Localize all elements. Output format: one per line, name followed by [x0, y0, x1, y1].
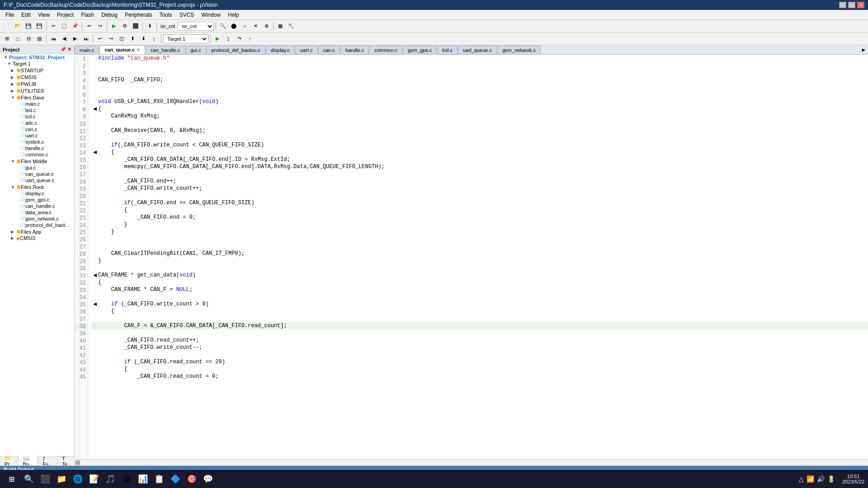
target-dropdown[interactable]: Target 1 — [163, 34, 208, 43]
download-button[interactable]: ⬇ — [145, 21, 155, 31]
search-button[interactable]: 🔍 — [218, 21, 228, 31]
tb2-btn11[interactable]: ◫ — [117, 34, 127, 44]
tab-scroll-right[interactable]: ▶ — [859, 46, 868, 54]
tree-startup[interactable]: ▶ ▣ STARTUP — [0, 67, 74, 74]
tab-common-c[interactable]: common.c — [369, 46, 402, 54]
debug3-button[interactable]: ✕ — [250, 21, 260, 31]
clock[interactable]: 10:51 2023/5/22 — [842, 474, 864, 484]
tree-files-app[interactable]: ▶ ▣ Files App — [0, 228, 74, 235]
view1-button[interactable]: ▦ — [275, 21, 285, 31]
tree-gui-c[interactable]: 📄 gui.c — [0, 164, 74, 171]
view2-button[interactable]: 🔧 — [286, 21, 296, 31]
tree-can-queue-c[interactable]: 📄 can_queue.c — [0, 171, 74, 177]
taskbar-task-view[interactable]: ⬛ — [38, 472, 52, 486]
tab-gui-c[interactable]: gui.c — [186, 46, 206, 54]
tb2-btn14[interactable]: ↕ — [149, 34, 159, 44]
debug2-button[interactable]: ○ — [240, 21, 250, 31]
menu-file[interactable]: File — [2, 11, 18, 19]
taskbar-files[interactable]: 📁 — [54, 472, 69, 486]
code-area[interactable]: #include "can_queue.h" CAN_FIFO _CAN_FIF… — [88, 55, 868, 459]
tb2-btn5[interactable]: ⏮ — [48, 34, 58, 44]
tab-handle-c[interactable]: handle.c — [340, 46, 369, 54]
maximize-button[interactable]: □ — [848, 2, 855, 8]
tab-can-queue-c[interactable]: can_queue.c ✕ — [99, 45, 145, 54]
taskbar-chat[interactable]: 💬 — [201, 472, 215, 486]
taskbar-clip[interactable]: 📋 — [152, 472, 166, 486]
menu-peripherals[interactable]: Peripherals — [121, 11, 156, 19]
tree-utilities[interactable]: ▶ ▣ UTILITIES — [0, 87, 74, 94]
tb2-step-button[interactable]: ⤵ — [223, 34, 233, 44]
menu-edit[interactable]: Edit — [18, 11, 34, 19]
save-button[interactable]: 💾 — [24, 21, 33, 31]
panel-tab-books[interactable]: 📖 Bo... — [19, 455, 38, 465]
debug1-button[interactable]: ⬤ — [229, 21, 239, 31]
taskbar-edge[interactable]: 🌐 — [71, 472, 85, 486]
taskbar-monitor[interactable]: 🖥 — [119, 472, 134, 486]
tab-lcd-c[interactable]: lcd.c — [437, 46, 458, 54]
panel-tab-project[interactable]: 📁 Pr... — [0, 455, 19, 465]
tree-adc-c[interactable]: 📄 adc.c — [0, 120, 74, 126]
tree-protocol-c[interactable]: 📄 protocol_dsf_baot... — [0, 222, 74, 228]
minimize-button[interactable]: ─ — [839, 2, 846, 8]
tree-target1[interactable]: ▼ Target 1 — [0, 61, 74, 67]
taskbar-target[interactable]: 🎯 — [184, 472, 199, 486]
tb2-btn2[interactable]: □ — [13, 34, 23, 44]
rebuild-button[interactable]: ⚙ — [120, 21, 130, 31]
tab-main-c[interactable]: main.c — [75, 46, 99, 54]
tree-files-middle[interactable]: ▼ ▣ Files Middle — [0, 158, 74, 164]
tree-handle-c[interactable]: 📄 handle.c — [0, 145, 74, 151]
debug4-button[interactable]: ⊕ — [261, 21, 271, 31]
tb2-btn4[interactable]: ▤ — [34, 34, 44, 44]
panel-tab-template[interactable]: T Te... — [57, 455, 75, 466]
tab-uart-queue-c[interactable]: uart_queue.c — [458, 46, 497, 54]
taskbar-media[interactable]: 🎵 — [103, 472, 118, 486]
tb2-btn6[interactable]: ◀ — [59, 34, 69, 44]
copy-button[interactable]: 📋 — [59, 21, 69, 31]
undo-button[interactable]: ↩ — [84, 21, 94, 31]
stop-button[interactable]: ⬛ — [131, 21, 141, 31]
cut-button[interactable]: ✂ — [48, 21, 58, 31]
build-button[interactable]: ▶ — [109, 21, 119, 31]
tb2-step-over[interactable]: ↷ — [234, 34, 244, 44]
tab-can-c[interactable]: can.c — [318, 46, 340, 54]
save-all-button[interactable]: 💾 — [34, 21, 44, 31]
menu-help[interactable]: Help — [224, 11, 243, 19]
menu-window[interactable]: Window — [198, 11, 224, 19]
tree-display-c[interactable]: 📄 display.c — [0, 190, 74, 197]
taskbar-chart[interactable]: 📊 — [136, 472, 150, 486]
tab-display-c[interactable]: display.c — [266, 46, 295, 54]
new-file-button[interactable]: 📄 — [2, 21, 12, 31]
tree-lcd-c-dave[interactable]: 📄 lcd.c — [0, 113, 74, 120]
tb2-btn7[interactable]: ▶ — [70, 34, 80, 44]
tb2-step-out[interactable]: ↑ — [245, 34, 255, 44]
horizontal-scrollbar[interactable] — [75, 459, 868, 465]
tree-gsm-network-c[interactable]: 📄 gsm_network.c — [0, 216, 74, 222]
tab-gsm-gps-c[interactable]: gsm_gps.c — [403, 46, 437, 54]
tab-uart-c[interactable]: uart.c — [295, 46, 318, 54]
menu-svcs[interactable]: SVCS — [176, 11, 198, 19]
tree-project-root[interactable]: ▼ Project: STM32_Project — [0, 54, 74, 61]
start-button[interactable]: ⊞ — [4, 471, 20, 487]
tree-gsm-gps-c[interactable]: 📄 gsm_gps.c — [0, 197, 74, 203]
isr-dropdown[interactable]: isr_cnt — [178, 22, 214, 31]
tree-common-c[interactable]: 📄 common.c — [0, 151, 74, 158]
close-button[interactable]: ✕ — [857, 2, 864, 8]
tb2-run-button[interactable]: ▶ — [212, 34, 222, 44]
tree-data-area-c[interactable]: 📄 data_area.c — [0, 209, 74, 216]
redo-button[interactable]: ↪ — [95, 21, 105, 31]
tb2-btn12[interactable]: ⬆ — [127, 34, 137, 44]
tb2-btn10[interactable]: ↪ — [106, 34, 116, 44]
tree-uart-queue-c[interactable]: 📄 uart_queue.c — [0, 177, 74, 183]
paste-button[interactable]: 📌 — [70, 21, 80, 31]
menu-flash[interactable]: Flash — [77, 11, 98, 19]
tb2-btn8[interactable]: ⏭ — [81, 34, 91, 44]
tab-close-can-queue[interactable]: ✕ — [137, 47, 140, 52]
tree-can-handle-c[interactable]: 📄 can_handle.c — [0, 203, 74, 209]
tree-pwlib[interactable]: ▶ ▣ PWLIB — [0, 80, 74, 87]
tb2-btn3[interactable]: ⊟ — [24, 34, 33, 44]
tree-systick-c[interactable]: 📄 systick.c — [0, 139, 74, 145]
tree-files-rock[interactable]: ▼ ▣ Files Rock — [0, 183, 74, 190]
project-panel-pin[interactable]: 📌 — [60, 47, 66, 52]
tab-can-handle-c[interactable]: can_handle.c — [146, 46, 185, 54]
tree-main-c[interactable]: 📄 main.c — [0, 101, 74, 107]
